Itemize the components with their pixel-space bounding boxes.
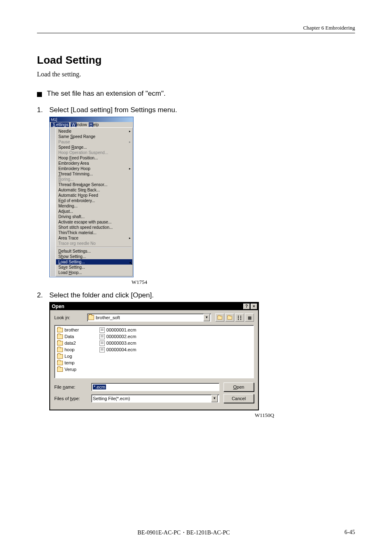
menu-item-hoop-op-suspend: Hoop Operation Suspend... (56, 150, 132, 155)
list-item[interactable]: 00000002.ecm (99, 334, 136, 340)
menu-left-strip (50, 127, 55, 276)
menu-item-needle[interactable]: Needle (56, 129, 132, 134)
folder-icon (57, 354, 63, 359)
menu-item-show-setting[interactable]: Show Setting... (56, 254, 132, 259)
folder-icon (57, 341, 63, 345)
window-titlebar: M1] (50, 117, 133, 122)
figure-label: W1150Q (255, 412, 355, 419)
menu-item-thin-thick[interactable]: Thin/Thick material... (56, 230, 132, 235)
open-dialog: Open ? × Look in: brother_soft ▼ (49, 302, 259, 410)
dialog-titlebar: Open ? × (50, 303, 258, 310)
bullet-square-icon (37, 92, 42, 97)
dropdown-button[interactable]: ▼ (211, 395, 218, 402)
filename-input[interactable]: *.ecm (91, 383, 219, 391)
file-icon (99, 327, 105, 333)
menu-item-tb-sensor[interactable]: Thread Breakage Sensor... (56, 182, 132, 187)
step-number: 1. (37, 106, 49, 114)
list-item[interactable]: temp (57, 360, 79, 366)
menubar: Settings Window Help (50, 122, 133, 127)
menu-item-driving-shaft[interactable]: Driving shaft... (56, 214, 132, 219)
menu-item-adjust[interactable]: Adjust... (56, 209, 132, 214)
menu-item-auto-step-back[interactable]: Automatic Step Back... (56, 187, 132, 193)
list-item[interactable]: Log (57, 353, 79, 359)
step-text: Select [Load setting] from Settings menu… (49, 106, 177, 114)
file-icon (99, 334, 105, 339)
lookin-combo[interactable]: brother_soft ▼ (87, 313, 211, 322)
list-item[interactable]: Verup (57, 366, 79, 373)
menubar-window[interactable]: Window (71, 122, 87, 127)
details-view-icon[interactable]: ▦ (245, 313, 254, 322)
menu-item-short-stitch[interactable]: Short stitch speed reduction... (56, 225, 132, 230)
filetype-combo[interactable]: Setting File(*.ecm) ▼ (91, 394, 219, 403)
settings-menu-screenshot: M1] Settings Window Help Needle Same Spe… (49, 117, 134, 277)
menu-item-thread-trim[interactable]: Thread Trimming... (56, 171, 132, 177)
menu-item-boring: Boring... (56, 177, 132, 182)
cursor-icon: ↖ (129, 260, 133, 266)
figure-label: W1754 (131, 279, 355, 286)
menu-item-end-emb[interactable]: End of embroidery... (56, 198, 132, 203)
list-item[interactable]: brother (57, 327, 79, 333)
list-item[interactable]: Data (57, 334, 79, 340)
list-item[interactable]: 00000003.ecm (99, 340, 136, 346)
close-button[interactable]: × (251, 304, 257, 309)
menu-item-pause: Pause (56, 139, 132, 145)
lookin-label: Look in: (54, 315, 83, 320)
folder-icon (57, 361, 63, 365)
list-item[interactable]: 00000004.ecm (99, 347, 136, 353)
step-number: 2. (37, 291, 49, 299)
menu-item-trace-org: Trace org needle No (56, 241, 132, 246)
menu-item-emb-area[interactable]: Embroidery Area (56, 161, 132, 166)
help-button[interactable]: ? (243, 304, 250, 309)
menubar-settings[interactable]: Settings (51, 122, 69, 127)
footer-center-text: BE-0901E-AC-PC・BE-1201B-AC-PC (37, 529, 330, 537)
section-description: Load the setting. (37, 71, 355, 78)
list-item[interactable]: hoop (57, 347, 79, 353)
file-icon (99, 347, 105, 352)
folder-icon (57, 348, 63, 352)
list-item[interactable]: data2 (57, 340, 79, 346)
step-text: Select the folder and click [Open]. (49, 291, 154, 299)
menu-item-save-setting[interactable]: Save Setting... (56, 265, 132, 270)
section-title: Load Setting (37, 54, 355, 67)
list-item[interactable]: 00000001.ecm (99, 327, 136, 333)
menu-item-load-setting[interactable]: Load Setting... (56, 259, 132, 265)
menu-item-same-speed[interactable]: Same Speed Range (56, 134, 132, 139)
up-one-level-icon[interactable] (215, 313, 224, 322)
file-column: 00000001.ecm 00000002.ecm 00000003.ecm 0… (99, 327, 136, 376)
menu-item-load-hoop[interactable]: Load Hoop... (56, 270, 132, 275)
filetype-label: Files of type: (54, 396, 87, 401)
folder-column: brother Data data2 hoop Log temp Verup (57, 327, 79, 376)
menu-item-mending[interactable]: Mending... (56, 203, 132, 209)
folder-icon (57, 334, 63, 339)
menu-item-auto-hoop-feed[interactable]: Automatic Hoop Feed (56, 193, 132, 198)
dialog-title: Open (52, 304, 65, 309)
open-button[interactable]: Open (224, 382, 254, 391)
menu-separator (57, 247, 131, 248)
folder-icon (88, 315, 94, 320)
folder-icon (57, 328, 63, 332)
cancel-button[interactable]: Cancel (224, 394, 254, 403)
menu-item-hoop-feed-pos[interactable]: Hoop Feed Position... (56, 155, 132, 161)
footer-page-number: 6-45 (330, 529, 355, 537)
bullet-text: The set file has an extension of "ecm". (47, 90, 166, 98)
filename-label: File name: (54, 385, 87, 389)
list-view-icon[interactable]: ┇┇ (235, 313, 244, 322)
dropdown-button[interactable]: ▼ (203, 314, 210, 321)
menu-item-activate-escape[interactable]: Activate escape with pause... (56, 219, 132, 225)
menu-item-emb-hoop[interactable]: Embroidery Hoop (56, 166, 132, 171)
chapter-header: Chapter 6 Embroidering (37, 25, 355, 33)
menu-dropdown: Needle Same Speed Range Pause Speed Rang… (55, 127, 133, 276)
menu-item-default-settings[interactable]: Default Settings... (56, 249, 132, 254)
menu-item-area-trace[interactable]: Area Trace (56, 235, 132, 241)
lookin-value: brother_soft (96, 315, 203, 320)
file-list-area[interactable]: brother Data data2 hoop Log temp Verup 0… (54, 325, 254, 378)
new-folder-icon[interactable] (225, 313, 234, 322)
file-icon (99, 341, 105, 346)
folder-icon (57, 367, 63, 372)
menu-item-speed-range[interactable]: Speed Range... (56, 145, 132, 150)
page-footer: BE-0901E-AC-PC・BE-1201B-AC-PC 6-45 (37, 529, 355, 537)
menubar-help[interactable]: Help (89, 122, 99, 127)
